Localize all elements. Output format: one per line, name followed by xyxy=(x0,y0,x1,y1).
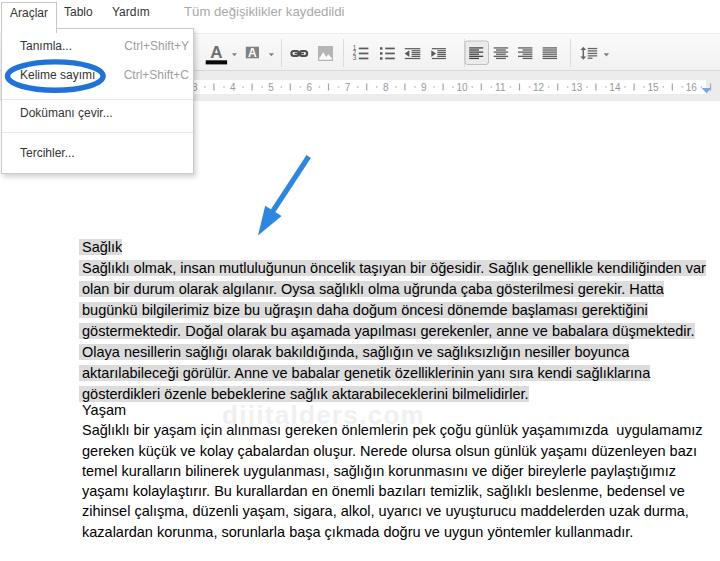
svg-text:16: 16 xyxy=(686,82,698,93)
svg-text:12: 12 xyxy=(533,82,545,93)
svg-text:5: 5 xyxy=(268,82,274,93)
svg-text:10: 10 xyxy=(457,82,469,93)
svg-text:9: 9 xyxy=(421,82,427,93)
svg-text:A: A xyxy=(248,46,257,60)
svg-text:4: 4 xyxy=(230,82,236,93)
svg-text:11: 11 xyxy=(495,82,506,93)
svg-text:14: 14 xyxy=(609,82,621,93)
svg-text:7: 7 xyxy=(345,82,351,93)
svg-text:13: 13 xyxy=(571,82,583,93)
svg-text:A: A xyxy=(210,43,222,62)
svg-text:15: 15 xyxy=(648,82,660,93)
svg-text:6: 6 xyxy=(307,82,313,93)
svg-text:3: 3 xyxy=(353,54,357,61)
svg-text:8: 8 xyxy=(383,82,389,93)
